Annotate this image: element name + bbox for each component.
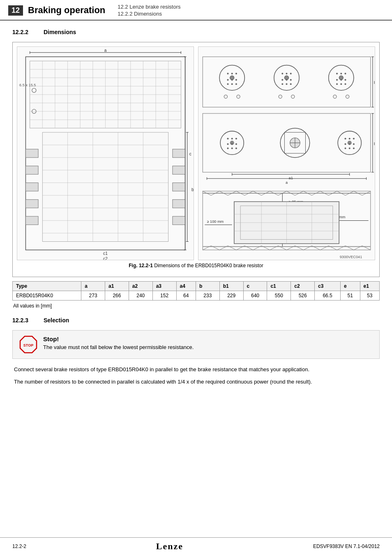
svg-text:c1: c1 [103, 251, 108, 256]
cell-a1: 266 [105, 291, 129, 301]
section-222-heading: 12.2.2 Dimensions [12, 29, 380, 35]
resistor-grid-top [30, 61, 181, 128]
col-b1: b1 [219, 282, 243, 291]
svg-point-83 [286, 83, 287, 85]
svg-point-85 [336, 73, 338, 74]
figure-caption-text: Dimensions of the ERBD015R04K0 brake res… [154, 263, 263, 268]
svg-text:a: a [104, 48, 107, 53]
col-e: e [341, 282, 360, 291]
svg-point-124 [349, 138, 350, 139]
col-a1: a1 [105, 282, 129, 291]
svg-rect-27 [173, 183, 185, 191]
section-222-num: 12.2.2 [12, 29, 37, 35]
svg-point-77 [286, 73, 287, 74]
footer-logo: Lenze [156, 541, 183, 552]
section-223-title: Selection [44, 317, 69, 324]
stop-text-container: Stop! The value must not fall below the … [43, 335, 373, 350]
breadcrumb-level2: 12.2.2 Dimensions [118, 11, 180, 17]
stop-icon: STOP [19, 335, 37, 354]
svg-rect-26 [173, 166, 185, 174]
section-222-title: Dimensions [44, 29, 76, 35]
svg-text:c: c [189, 152, 191, 156]
breadcrumb-level1: 12.2 Lenze brake resistors [118, 4, 180, 10]
footer-doc-ref: EDSVF9383V EN 7.1-04/2012 [313, 543, 380, 549]
svg-point-114 [231, 148, 233, 149]
svg-point-131 [353, 148, 355, 149]
page-footer: 12.2-2 Lenze EDSVF9383V EN 7.1-04/2012 [0, 537, 392, 555]
drawings-area: a c b c1 c2 6. [17, 46, 375, 260]
svg-text:b1: b1 [374, 142, 375, 146]
breadcrumb: 12.2 Lenze brake resistors 12.2.2 Dimens… [118, 3, 180, 17]
svg-point-84 [290, 83, 292, 85]
svg-point-67 [227, 73, 228, 74]
svg-point-112 [235, 143, 237, 145]
svg-point-98 [333, 95, 337, 98]
cell-b1: 229 [219, 291, 243, 301]
col-a: a [81, 282, 105, 291]
svg-rect-104 [203, 113, 371, 172]
svg-point-75 [235, 83, 237, 85]
svg-point-109 [235, 138, 237, 139]
svg-text:9300VEC041: 9300VEC041 [340, 255, 362, 259]
svg-point-92 [340, 83, 342, 85]
cell-c: 640 [243, 291, 267, 301]
main-content: 12.2.2 Dimensions [0, 21, 392, 398]
footer-page-num: 12.2-2 [12, 543, 26, 549]
col-c2: c2 [291, 282, 315, 291]
cell-a4: 64 [176, 291, 196, 301]
svg-text:b: b [191, 187, 194, 192]
cell-b: 233 [196, 291, 219, 301]
figure-caption: Fig. 12.2-1 Dimensions of the ERBD015R04… [17, 263, 375, 268]
svg-point-97 [291, 95, 295, 98]
chapter-header: 12 Braking operation [8, 3, 105, 17]
svg-point-81 [290, 79, 292, 81]
svg-point-69 [235, 73, 237, 74]
svg-point-91 [336, 83, 338, 85]
stop-warning-box: STOP Stop! The value must not fall below… [12, 330, 380, 359]
svg-point-129 [344, 148, 346, 149]
cell-e: 51 [341, 291, 360, 301]
svg-point-130 [349, 148, 350, 149]
svg-text:≥ 100 mm: ≥ 100 mm [207, 220, 224, 224]
cell-c3: 66.5 [315, 291, 341, 301]
svg-point-88 [336, 79, 338, 81]
body-text-1: Connect several brake resistors of type … [12, 365, 380, 374]
body-text-2: The number of resistors to be connected … [12, 378, 380, 386]
svg-point-89 [340, 79, 342, 81]
svg-point-94 [224, 95, 227, 98]
left-drawing-svg: a c b c1 c2 6. [17, 47, 194, 260]
chapter-title: Braking operation [28, 5, 105, 16]
svg-rect-60 [203, 57, 371, 107]
svg-point-80 [286, 79, 287, 81]
svg-point-74 [231, 83, 233, 85]
svg-text:STOP: STOP [23, 343, 33, 347]
svg-point-78 [290, 73, 292, 74]
svg-point-79 [281, 79, 283, 81]
svg-rect-25 [173, 149, 185, 157]
stop-body: The value must not fall below the lowest… [43, 344, 373, 350]
right-drawing-svg: b1 [198, 47, 375, 260]
section-223-num: 12.2.3 [12, 317, 37, 324]
section-223: 12.2.3 Selection STOP Stop! The value mu… [12, 317, 380, 386]
svg-point-111 [231, 143, 233, 145]
svg-text:a1: a1 [289, 176, 293, 180]
section-223-heading: 12.2.3 Selection [12, 317, 380, 324]
col-a4: a4 [176, 282, 196, 291]
svg-rect-22 [25, 183, 38, 191]
svg-point-107 [227, 138, 228, 139]
svg-point-113 [227, 148, 228, 149]
svg-point-115 [235, 148, 237, 149]
svg-point-108 [231, 138, 233, 139]
svg-point-110 [227, 143, 228, 145]
svg-text:a: a [286, 180, 288, 185]
col-c: c [243, 282, 267, 291]
svg-point-68 [231, 73, 233, 74]
svg-rect-20 [25, 149, 38, 157]
svg-point-93 [344, 83, 346, 85]
svg-point-95 [237, 95, 240, 98]
col-a2: a2 [129, 282, 152, 291]
dimensions-table: Type a a1 a2 a3 a4 b b1 c c1 c2 c3 e e1 … [12, 281, 380, 301]
table-header-row: Type a a1 a2 a3 a4 b b1 c c1 c2 c3 e e1 [13, 282, 380, 291]
svg-point-125 [353, 138, 355, 139]
svg-point-96 [279, 95, 282, 98]
